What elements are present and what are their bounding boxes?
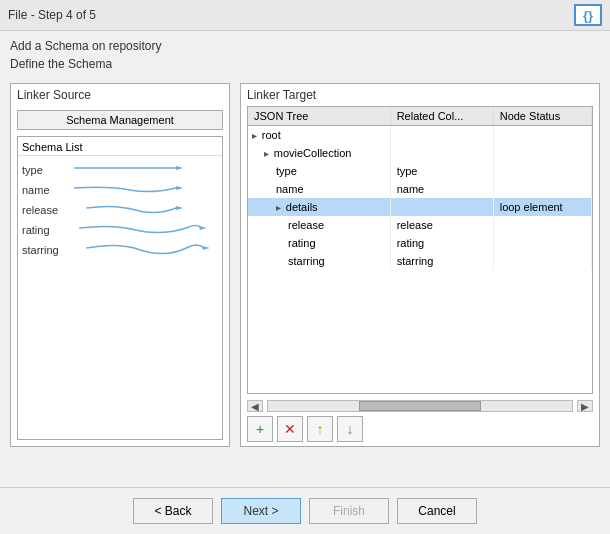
table-row[interactable]: starringstarring xyxy=(248,252,592,270)
braces-button[interactable]: {} xyxy=(574,4,602,26)
col-json-tree: JSON Tree xyxy=(248,107,390,126)
schema-item-name[interactable]: name xyxy=(22,180,218,200)
node-status-cell xyxy=(493,144,591,162)
scroll-left-arrow[interactable]: ◀ xyxy=(247,400,263,412)
related-col-cell: name xyxy=(390,180,493,198)
horizontal-scrollbar[interactable]: ◀ ▶ xyxy=(241,398,599,414)
back-button[interactable]: < Back xyxy=(133,498,213,524)
title-bar: File - Step 4 of 5 {} xyxy=(0,0,610,31)
tree-cell: rating xyxy=(248,234,390,252)
json-tree-table: JSON Tree Related Col... Node Status ▸ r… xyxy=(248,107,592,270)
subtitle-line1: Add a Schema on repository xyxy=(10,37,600,55)
window-title: File - Step 4 of 5 xyxy=(8,8,96,22)
table-row[interactable]: typetype xyxy=(248,162,592,180)
related-col-cell xyxy=(390,198,493,216)
tree-toolbar: + ✕ ↑ ↓ xyxy=(241,414,599,446)
table-row[interactable]: namename xyxy=(248,180,592,198)
table-row[interactable]: ▸ detailsloop element xyxy=(248,198,592,216)
add-icon: + xyxy=(256,421,264,437)
main-content: Linker Source Schema Management Schema L… xyxy=(0,75,610,455)
table-row[interactable]: releaserelease xyxy=(248,216,592,234)
scrollbar-thumb[interactable] xyxy=(359,401,481,411)
node-status-cell xyxy=(493,234,591,252)
related-col-cell xyxy=(390,144,493,162)
node-status-cell xyxy=(493,180,591,198)
footer: < Back Next > Finish Cancel xyxy=(0,487,610,534)
tree-cell: name xyxy=(248,180,390,198)
linker-source-panel: Linker Source Schema Management Schema L… xyxy=(10,83,230,447)
schema-item-type[interactable]: type xyxy=(22,160,218,180)
cancel-button[interactable]: Cancel xyxy=(397,498,477,524)
related-col-cell: rating xyxy=(390,234,493,252)
schema-item-rating[interactable]: rating xyxy=(22,220,218,240)
tree-table[interactable]: JSON Tree Related Col... Node Status ▸ r… xyxy=(247,106,593,394)
tree-cell: release xyxy=(248,216,390,234)
schema-list-header: Schema List xyxy=(18,139,222,156)
schema-item-release[interactable]: release xyxy=(22,200,218,220)
related-col-cell xyxy=(390,126,493,144)
schema-management-button[interactable]: Schema Management xyxy=(17,110,223,130)
related-col-cell: type xyxy=(390,162,493,180)
scrollbar-track[interactable] xyxy=(267,400,573,412)
move-down-button[interactable]: ↓ xyxy=(337,416,363,442)
node-status-cell xyxy=(493,252,591,270)
node-status-cell xyxy=(493,126,591,144)
finish-button[interactable]: Finish xyxy=(309,498,389,524)
schema-list-box: Schema List type name release rating sta… xyxy=(17,136,223,440)
tree-cell: starring xyxy=(248,252,390,270)
table-row[interactable]: ratingrating xyxy=(248,234,592,252)
col-node-status: Node Status xyxy=(493,107,591,126)
scroll-right-arrow[interactable]: ▶ xyxy=(577,400,593,412)
col-related-col: Related Col... xyxy=(390,107,493,126)
remove-button[interactable]: ✕ xyxy=(277,416,303,442)
schema-items: type name release rating starring xyxy=(18,158,222,278)
table-row[interactable]: ▸ root xyxy=(248,126,592,144)
tree-cell: type xyxy=(248,162,390,180)
table-row[interactable]: ▸ movieCollection xyxy=(248,144,592,162)
linker-target-panel: Linker Target JSON Tree Related Col... N… xyxy=(240,83,600,447)
linker-target-title: Linker Target xyxy=(241,84,599,106)
down-arrow-icon: ↓ xyxy=(347,421,354,437)
tree-cell: ▸ details xyxy=(248,198,390,216)
related-col-cell: starring xyxy=(390,252,493,270)
node-status-cell xyxy=(493,216,591,234)
node-status-cell: loop element xyxy=(493,198,591,216)
tree-cell: ▸ root xyxy=(248,126,390,144)
node-status-cell xyxy=(493,162,591,180)
related-col-cell: release xyxy=(390,216,493,234)
subtitle-line2: Define the Schema xyxy=(10,55,600,73)
tree-cell: ▸ movieCollection xyxy=(248,144,390,162)
schema-item-starring[interactable]: starring xyxy=(22,240,218,260)
move-up-button[interactable]: ↑ xyxy=(307,416,333,442)
next-button[interactable]: Next > xyxy=(221,498,301,524)
remove-icon: ✕ xyxy=(284,421,296,437)
linker-source-title: Linker Source xyxy=(11,84,229,106)
subtitle-area: Add a Schema on repository Define the Sc… xyxy=(0,31,610,75)
up-arrow-icon: ↑ xyxy=(317,421,324,437)
add-button[interactable]: + xyxy=(247,416,273,442)
